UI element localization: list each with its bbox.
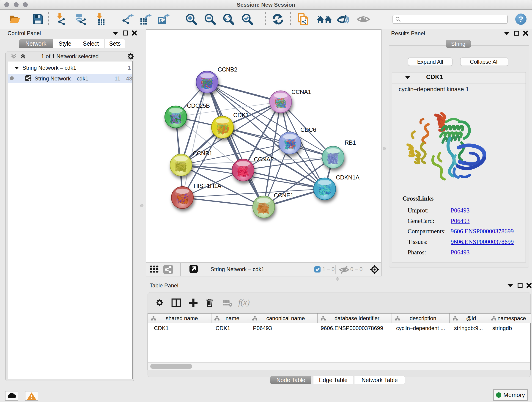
svg-text:CCNB2: CCNB2 [218,66,237,73]
svg-text:CCNA1: CCNA1 [291,89,311,95]
svg-text:CCNB1: CCNB1 [193,150,212,157]
svg-text:CCNA2: CCNA2 [254,156,273,163]
svg-text:RB1: RB1 [345,139,356,146]
svg-text:CCNE1: CCNE1 [274,192,293,199]
svg-text:HIST1H1A: HIST1H1A [194,182,221,189]
svg-text:CDC6: CDC6 [300,126,316,133]
svg-text:CDC25B: CDC25B [187,102,210,109]
svg-text:CDK1: CDK1 [233,112,249,119]
svg-text:CDKN1A: CDKN1A [336,174,360,181]
